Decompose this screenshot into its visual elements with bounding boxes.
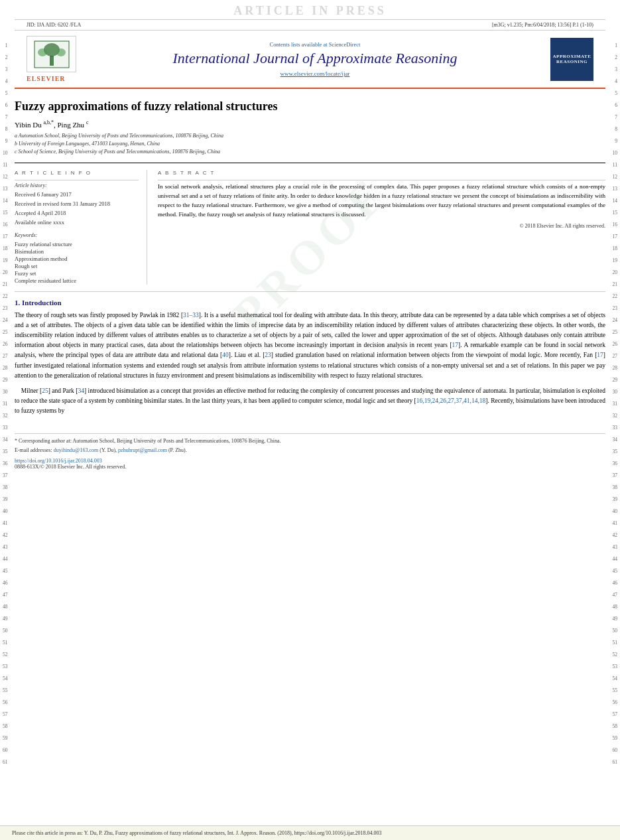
right-logo-box: APPROXIMATEREASONING [550, 38, 593, 81]
ref-31-33[interactable]: 31–33 [183, 312, 199, 318]
ref-23[interactable]: 23 [265, 352, 271, 358]
abstract-text: In social network analysis, relational s… [158, 182, 605, 220]
keyword-6: Complete residuated lattice [15, 277, 139, 284]
abstract-col: A B S T R A C T In social network analys… [158, 170, 605, 285]
affiliations: a Automation School, Beijing University … [15, 132, 605, 156]
meta-left: JID: IJA AID: 6202 /FLA [27, 22, 81, 28]
keyword-4: Rough set [15, 263, 139, 269]
svg-point-3 [38, 48, 47, 56]
meta-line: JID: IJA AID: 6202 /FLA [m3G; v1.235; Pm… [15, 20, 605, 31]
footnote-section: * Corresponding author at: Automation Sc… [15, 433, 605, 469]
journal-logo-left: ELSEVIER [27, 36, 86, 82]
keyword-3: Approximation method [15, 255, 139, 262]
keywords-label: Keywords: [15, 232, 139, 238]
keyword-2: Bisimulation [15, 248, 139, 255]
received-date: Received 6 January 2017 [15, 191, 139, 199]
footnote-emails: E-mail addresses: duyihindu@163.com (Y. … [15, 447, 605, 454]
keywords-section: Keywords: Fuzzy relational structure Bis… [15, 232, 139, 284]
sciencedirect-link[interactable]: Contents lists available at ScienceDirec… [86, 41, 544, 48]
journal-url[interactable]: www.elsevier.com/locate/ijar [86, 70, 544, 77]
ref-17[interactable]: 17 [452, 342, 459, 348]
copyright-line: © 2018 Elsevier Inc. All rights reserved… [158, 223, 605, 229]
footnote-corresponding: * Corresponding author at: Automation Sc… [15, 437, 605, 445]
svg-rect-2 [50, 56, 54, 66]
elsevier-tree-logo [28, 38, 76, 71]
ref-multi[interactable]: 16,19,24,26,27,37,41,14,18 [416, 397, 486, 404]
accepted-date: Accepted 4 April 2018 [15, 210, 139, 218]
ref-40[interactable]: 40 [222, 352, 229, 358]
two-column-section: A R T I C L E I N F O Article history: R… [15, 163, 605, 292]
journal-header: ELSEVIER Contents lists available at Sci… [15, 31, 605, 89]
article-history-label: Article history: [15, 182, 139, 188]
abstract-header: A B S T R A C T [158, 170, 605, 176]
keyword-5: Fuzzy set [15, 270, 139, 277]
ref-17b[interactable]: 17 [597, 352, 603, 358]
available-online: Available online xxxx [15, 219, 139, 227]
article-in-press-banner: ARTICLE IN PRESS [15, 0, 605, 20]
received-revised-date: Received in revised form 31 January 2018 [15, 200, 139, 208]
journal-center: Contents lists available at ScienceDirec… [86, 41, 544, 77]
ref-34[interactable]: 34 [78, 387, 84, 394]
elsevier-logo-box [27, 36, 76, 72]
intro-paragraph-1: The theory of rough sets was firstly pro… [15, 311, 605, 381]
aip-text: ARTICLE IN PRESS [233, 4, 386, 17]
affiliation-a: a Automation School, Beijing University … [15, 132, 605, 140]
journal-title: International Journal of Approximate Rea… [86, 50, 544, 67]
meta-right: [m3G; v1.235; Pm:6/04/2018; 13:56] P.1 (… [492, 22, 593, 28]
doi-link[interactable]: https://doi.org/10.1016/j.ijar.2018.04.0… [15, 458, 102, 464]
article-title-section: Fuzzy approximations of fuzzy relational… [15, 89, 605, 163]
affiliation-c: c School of Science, Beijing University … [15, 148, 605, 156]
authors: Yibin Du a,b,*, Ping Zhu c [15, 119, 605, 129]
elsevier-brand: ELSEVIER [27, 75, 86, 82]
article-title: Fuzzy approximations of fuzzy relational… [15, 99, 605, 114]
citation-text: Please cite this article in press as: Y.… [12, 830, 382, 836]
author-names: Yibin Du a,b,*, Ping Zhu c [15, 121, 88, 129]
ref-25[interactable]: 25 [42, 387, 48, 394]
email-du[interactable]: duyihindu@163.com [54, 447, 99, 453]
keyword-1: Fuzzy relational structure [15, 241, 139, 247]
article-info-header: A R T I C L E I N F O [15, 170, 139, 176]
email-zhu[interactable]: pzhuhrupt@gmail.com [118, 447, 167, 453]
introduction-section: 1. Introduction The theory of rough sets… [15, 292, 605, 429]
section-title-1: 1. Introduction [15, 299, 605, 307]
svg-point-4 [56, 48, 66, 56]
article-info-col: A R T I C L E I N F O Article history: R… [15, 170, 147, 285]
citation-bar: Please cite this article in press as: Y.… [0, 825, 620, 840]
affiliation-b: b University of Foreign Languages, 47100… [15, 140, 605, 148]
intro-paragraph-2: Milner [25] and Park [34] introduced bis… [15, 386, 605, 417]
issn-line: 0888-613X/© 2018 Elsevier Inc. All right… [15, 464, 605, 470]
journal-logo-right: APPROXIMATEREASONING [544, 38, 593, 81]
